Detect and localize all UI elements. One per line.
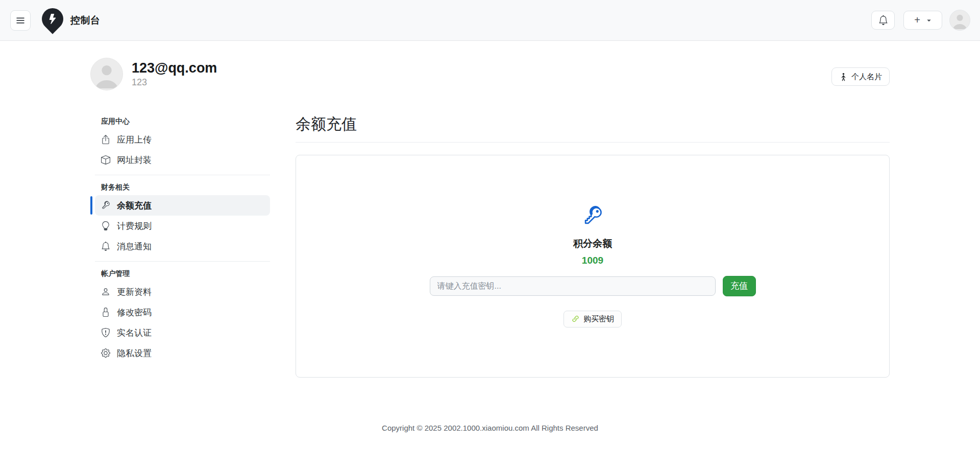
profile-header: 123@qq.com 123 个人名片 [90,58,890,90]
notifications-button[interactable] [871,11,895,30]
key-icon [99,199,112,212]
sidebar-item-privacy-settings[interactable]: 隐私设置 [95,343,270,363]
balance-value: 1009 [582,255,603,266]
balance-label: 积分余额 [573,237,612,250]
profile-avatar [90,58,123,90]
sidebar-item-label: 隐私设置 [117,347,152,359]
sidebar-item-change-password[interactable]: 修改密码 [95,302,270,322]
sidebar-item-label: 更新资料 [117,286,152,298]
sidebar-item-balance-recharge[interactable]: 余额充值 [95,195,270,216]
page-title: 余额充值 [296,114,890,143]
shield-exclamation-icon [101,328,110,337]
sidebar-item-update-profile[interactable]: 更新资料 [95,282,270,302]
hamburger-icon [15,15,26,26]
link-icon [571,315,580,323]
sidebar-item-label: 网址封装 [117,154,152,166]
recharge-key-input[interactable] [430,276,716,296]
add-dropdown-button[interactable]: + [903,11,942,30]
sidebar-item-real-name-verification[interactable]: 实名认证 [95,322,270,343]
personal-namecard-button[interactable]: 个人名片 [831,67,890,86]
buy-key-button[interactable]: 购买密钥 [564,311,622,327]
recharge-button[interactable]: 充值 [723,276,756,296]
lock-icon [101,308,110,317]
recharge-card: 积分余额 1009 充值 购买密钥 [296,155,890,378]
key-icon [577,201,607,231]
sidebar-section-header-apps: 应用中心 [95,117,270,126]
sidebar: 应用中心 应用上传 网址封装 财务相关 余额充值 计费规则 消息通知 [90,114,270,378]
sidebar-item-app-upload[interactable]: 应用上传 [95,129,270,150]
profile-email: 123@qq.com [132,60,217,76]
sidebar-section-header-finance: 财务相关 [95,183,270,192]
sidebar-divider [95,175,270,175]
package-icon [101,155,110,165]
sidebar-item-notifications[interactable]: 消息通知 [95,236,270,256]
sidebar-item-billing-rules[interactable]: 计费规则 [95,216,270,236]
sidebar-item-label: 修改密码 [117,307,152,318]
hamburger-menu-button[interactable] [10,10,31,31]
sidebar-item-url-packaging[interactable]: 网址封装 [95,150,270,170]
main-content: 余额充值 积分余额 1009 充值 购买密钥 [296,114,890,378]
upload-icon [101,135,110,144]
sidebar-section-header-account: 帐户管理 [95,269,270,278]
footer-copyright: Copyright © 2025 2002.1000.xiaomiou.com … [0,424,980,432]
lightning-logo-icon [37,4,67,34]
app-title: 控制台 [70,14,101,27]
topbar-avatar[interactable] [949,10,970,31]
lightbulb-icon [101,221,110,230]
bell-icon [101,242,110,251]
sidebar-divider [95,261,270,262]
person-standing-icon [839,73,848,81]
personal-namecard-label: 个人名片 [851,72,882,82]
topbar: 控制台 + [0,0,980,41]
sidebar-item-label: 计费规则 [117,220,152,232]
buy-key-label: 购买密钥 [583,314,614,324]
gear-icon [101,348,110,358]
bell-icon [878,15,888,25]
sidebar-item-label: 实名认证 [117,327,152,339]
sidebar-item-label: 应用上传 [117,134,152,146]
plus-icon: + [914,14,920,26]
sidebar-item-label: 消息通知 [117,241,152,252]
profile-username: 123 [132,77,217,88]
person-icon [101,287,110,296]
sidebar-item-label: 余额充值 [117,200,152,212]
caret-down-icon [926,18,932,23]
